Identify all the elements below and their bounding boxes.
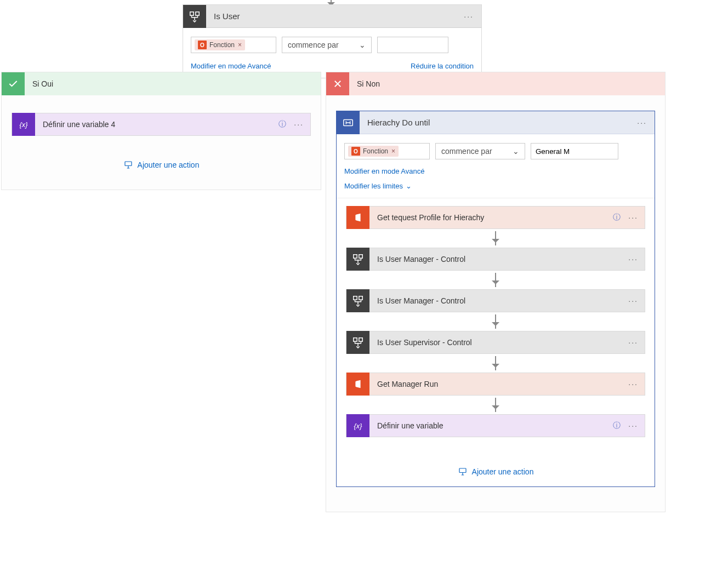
action-menu[interactable]: ···: [628, 255, 638, 264]
step-label: Get Manager Run: [377, 380, 628, 388]
ctl-icon: [346, 331, 369, 354]
office-icon: O: [198, 41, 207, 49]
control-icon: [183, 5, 206, 28]
action-menu[interactable]: ···: [628, 213, 638, 222]
flow-arrow: [495, 273, 496, 287]
flow-arrow: [495, 231, 496, 245]
add-action-link[interactable]: Ajouter une action: [12, 160, 311, 170]
var-icon: {x}: [346, 414, 369, 437]
help-icon[interactable]: ⓘ: [278, 119, 286, 129]
condition-card: Is User ··· OFonction× commence par⌄ Mod…: [183, 4, 482, 78]
help-icon[interactable]: ⓘ: [613, 213, 621, 222]
step-label: Get tequest Profile for Hierachy: [377, 213, 613, 222]
flow-arrow: [495, 314, 496, 329]
step-ctl[interactable]: Is User Manager - Control···: [346, 248, 645, 271]
condition-value-input[interactable]: [377, 37, 448, 53]
do-until-card: Hierachy Do until ··· OFonction× commenc…: [336, 111, 655, 487]
svg-rect-8: [354, 296, 357, 300]
set-variable-action[interactable]: {x} Définir une variable 4 ⓘ ···: [12, 113, 311, 136]
svg-rect-9: [359, 296, 362, 300]
step-var[interactable]: {x}Définir une variableⓘ···: [346, 414, 645, 437]
help-icon[interactable]: ⓘ: [613, 421, 621, 431]
o365-icon: [346, 206, 369, 229]
remove-token-icon[interactable]: ×: [238, 41, 242, 49]
svg-rect-6: [354, 255, 357, 258]
svg-rect-0: [190, 12, 194, 15]
du-advanced-link[interactable]: Modifier en mode Avancé: [344, 167, 647, 175]
loop-icon: [337, 111, 360, 134]
step-label: Définir une variable: [377, 421, 613, 430]
action-menu[interactable]: ···: [628, 338, 638, 347]
edit-advanced-link[interactable]: Modifier en mode Avancé: [191, 62, 271, 70]
close-icon: [326, 72, 349, 95]
du-operator-select[interactable]: commence par⌄: [435, 143, 525, 159]
step-ctl[interactable]: Is User Supervisor - Control···: [346, 331, 645, 354]
dynamic-token: OFonction×: [348, 146, 399, 157]
if-yes-branch: Si Oui {x} Définir une variable 4 ⓘ ··· …: [1, 72, 321, 190]
step-label: Is User Manager - Control: [377, 255, 628, 264]
office-icon: O: [351, 147, 360, 156]
svg-rect-14: [459, 468, 466, 473]
du-value-input[interactable]: [531, 143, 618, 159]
chevron-down-icon: ⌄: [513, 147, 519, 156]
du-limits-link[interactable]: Modifier les limites⌄: [344, 182, 647, 190]
if-no-header: Si Non: [326, 72, 665, 95]
flow-arrow: [495, 398, 496, 412]
du-add-action-link[interactable]: Ajouter une action: [458, 467, 534, 477]
condition-header[interactable]: Is User ···: [183, 5, 481, 28]
remove-token-icon[interactable]: ×: [391, 147, 395, 155]
step-o365[interactable]: Get Manager Run···: [346, 373, 645, 396]
reduce-condition-link[interactable]: Réduire la condition: [411, 62, 474, 70]
svg-text:{x}: {x}: [354, 422, 363, 430]
o365-icon: [346, 373, 369, 396]
svg-rect-11: [359, 338, 362, 341]
condition-title: Is User: [214, 12, 240, 21]
do-until-header[interactable]: Hierachy Do until ···: [337, 111, 655, 134]
do-until-menu[interactable]: ···: [637, 118, 647, 127]
svg-rect-3: [125, 162, 132, 166]
ctl-icon: [346, 289, 369, 312]
condition-menu[interactable]: ···: [464, 12, 474, 21]
action-menu[interactable]: ···: [628, 296, 638, 305]
svg-rect-1: [196, 12, 199, 15]
svg-rect-10: [354, 338, 357, 341]
dynamic-token: OFonction×: [195, 39, 245, 50]
du-left-operand[interactable]: OFonction×: [344, 143, 430, 159]
action-menu[interactable]: ···: [294, 120, 304, 129]
add-action-icon: [123, 160, 133, 170]
chevron-down-icon: ⌄: [359, 41, 366, 49]
condition-operator-select[interactable]: commence par⌄: [282, 37, 372, 53]
svg-text:{x}: {x}: [20, 121, 29, 129]
step-ctl[interactable]: Is User Manager - Control···: [346, 289, 645, 312]
flow-arrow: [495, 356, 496, 370]
step-o365[interactable]: Get tequest Profile for Hierachyⓘ···: [346, 206, 645, 229]
if-yes-title: Si Oui: [32, 79, 53, 88]
if-no-title: Si Non: [357, 79, 380, 88]
condition-left-operand[interactable]: OFonction×: [191, 37, 276, 53]
chevron-down-icon: ⌄: [406, 182, 412, 190]
step-label: Is User Supervisor - Control: [377, 338, 628, 347]
if-no-branch: Si Non Hierachy Do until ··· OFonction× …: [326, 72, 666, 512]
check-icon: [2, 72, 25, 95]
variable-icon: {x}: [12, 113, 35, 136]
do-until-title: Hierachy Do until: [367, 118, 430, 127]
svg-rect-7: [359, 255, 362, 258]
add-action-icon: [458, 467, 468, 477]
action-menu[interactable]: ···: [628, 421, 638, 430]
action-menu[interactable]: ···: [628, 380, 638, 388]
step-label: Is User Manager - Control: [377, 296, 628, 305]
if-yes-header: Si Oui: [2, 72, 321, 95]
ctl-icon: [346, 248, 369, 271]
